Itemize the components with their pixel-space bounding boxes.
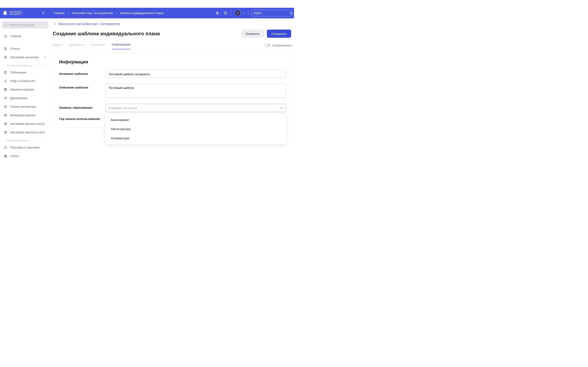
sidebar-item-dissertations[interactable]: Диссертации bbox=[2, 94, 49, 102]
gear-icon bbox=[4, 55, 7, 59]
back-link[interactable]: Вернуться в настройки науч. инструментов bbox=[53, 22, 120, 25]
template-name-input[interactable] bbox=[105, 70, 286, 78]
search-icon bbox=[290, 11, 293, 15]
tab-semesters: Семестры bbox=[91, 42, 105, 49]
sidebar-item-label: Публикации bbox=[10, 71, 26, 74]
breadcrumb: Главная Настройки науч. инструментов Шаб… bbox=[54, 11, 215, 15]
book-icon bbox=[4, 47, 7, 50]
sidebar-item-publications[interactable]: Публикации bbox=[2, 68, 49, 77]
svg-point-2 bbox=[218, 14, 218, 14]
label-start-year: Год начала использования bbox=[59, 115, 105, 120]
svg-rect-12 bbox=[4, 89, 5, 91]
save-button[interactable]: Сохранить bbox=[267, 30, 291, 38]
sidebar-item-sci-instruments[interactable]: Настройки научных инстр. bbox=[2, 119, 49, 128]
svg-point-4 bbox=[225, 14, 225, 14]
list-icon bbox=[4, 105, 7, 108]
publish-toggle[interactable] bbox=[264, 43, 270, 47]
help-icon[interactable] bbox=[223, 11, 228, 16]
sidebar-search-input[interactable] bbox=[9, 23, 46, 26]
sidebar-item-references[interactable]: Списки литературы bbox=[2, 102, 49, 111]
label-template-desc: Описание шаблона bbox=[59, 83, 105, 89]
sidebar-item-label: Списки литературы bbox=[10, 105, 36, 108]
sidebar-item-label: Настройки аналитики bbox=[10, 56, 39, 59]
dropdown-option-master[interactable]: Магистратура bbox=[105, 124, 286, 133]
publish-label: Опубликовать bbox=[272, 44, 292, 47]
gear-icon bbox=[4, 131, 7, 134]
home-icon bbox=[4, 34, 7, 38]
chevron-right-icon bbox=[67, 12, 69, 14]
sidebar-item-analytics-settings[interactable]: Настройки аналитики bbox=[2, 53, 49, 62]
main-content: Вернуться в настройки науч. инструментов… bbox=[50, 18, 294, 184]
tab-documents: Документы bbox=[69, 42, 85, 49]
tab-information[interactable]: Информация bbox=[112, 42, 130, 49]
graduation-icon bbox=[4, 96, 7, 100]
svg-point-11 bbox=[5, 80, 6, 81]
breadcrumb-item-1[interactable]: Настройки науч. инструментов bbox=[72, 11, 113, 15]
breadcrumb-item-0[interactable]: Главная bbox=[54, 11, 65, 15]
divider bbox=[231, 10, 231, 16]
svg-point-17 bbox=[5, 123, 6, 124]
sidebar-item-home[interactable]: Главная bbox=[2, 32, 49, 40]
svg-point-5 bbox=[237, 13, 238, 14]
svg-point-9 bbox=[5, 24, 7, 26]
gear-icon bbox=[4, 122, 7, 125]
sidebar-item-validation[interactable]: Валидация данных bbox=[2, 111, 49, 119]
sidebar-item-label: РИД и объекты ИС bbox=[10, 79, 35, 83]
breadcrumb-item-2: Шаблон индивидуального плана bbox=[120, 11, 163, 15]
sidebar-item-partners[interactable]: Партнеры и заказчики bbox=[2, 143, 49, 152]
sidebar-item-label: Настройки научного учёта bbox=[10, 131, 45, 134]
sidebar-item-label: Сметы bbox=[10, 154, 19, 158]
sidebar-search[interactable] bbox=[2, 21, 49, 29]
back-link-label: Вернуться в настройки науч. инструментов bbox=[58, 22, 120, 25]
svg-point-6 bbox=[237, 12, 239, 14]
book-icon bbox=[4, 71, 7, 74]
bank-icon bbox=[4, 154, 7, 158]
sidebar: Главная Отчеты Настройки аналитики НАУКА… bbox=[0, 18, 50, 184]
info-card: Информация Название шаблона Описание шаб… bbox=[53, 53, 292, 128]
gear-icon bbox=[4, 113, 7, 117]
topbar: SECHENOV UNIVERSITY Главная Настройки на… bbox=[0, 8, 294, 18]
education-level-select[interactable]: Выберите из списка bbox=[105, 104, 286, 112]
svg-point-8 bbox=[290, 12, 292, 14]
dropdown-option-bachelor[interactable]: Бакалавриат bbox=[105, 115, 286, 124]
tab-tasks: Задачи bbox=[53, 42, 63, 49]
sidebar-item-label: Партнеры и заказчики bbox=[10, 146, 40, 149]
sidebar-item-label: Главная bbox=[10, 34, 21, 38]
award-icon bbox=[4, 79, 7, 83]
sidebar-item-estimates[interactable]: Сметы bbox=[2, 152, 49, 160]
chevron-up-icon bbox=[280, 106, 283, 110]
global-search[interactable] bbox=[251, 10, 292, 16]
svg-point-10 bbox=[5, 57, 6, 58]
sidebar-item-rid[interactable]: РИД и объекты ИС bbox=[2, 77, 49, 85]
svg-point-16 bbox=[5, 115, 6, 116]
template-desc-input[interactable] bbox=[105, 83, 286, 98]
sidebar-item-journals[interactable]: Научные издания bbox=[2, 85, 49, 94]
pin-icon[interactable] bbox=[40, 11, 46, 15]
tabs: Задачи Документы Семестры Информация Опу… bbox=[53, 42, 292, 49]
global-search-input[interactable] bbox=[254, 11, 290, 15]
sidebar-item-reports[interactable]: Отчеты bbox=[2, 44, 49, 53]
chevron-down-icon bbox=[242, 12, 245, 15]
brand-logo-icon bbox=[2, 10, 8, 16]
chevron-down-icon bbox=[44, 56, 47, 59]
svg-rect-19 bbox=[4, 147, 7, 149]
sidebar-item-label: Отчеты bbox=[10, 47, 20, 50]
svg-point-18 bbox=[5, 132, 6, 133]
brand-line2: UNIVERSITY bbox=[9, 13, 23, 15]
page-title: Создание шаблона индивидуального плана bbox=[53, 31, 160, 36]
sidebar-item-sci-accounting[interactable]: Настройки научного учёта bbox=[2, 128, 49, 137]
education-level-dropdown: Бакалавриат Магистратура Аспирантура bbox=[105, 114, 286, 144]
sidebar-item-label: Диссертации bbox=[10, 96, 27, 100]
divider bbox=[248, 10, 248, 16]
settings-sliders-icon[interactable] bbox=[215, 11, 220, 16]
briefcase-icon bbox=[4, 146, 7, 149]
svg-rect-14 bbox=[6, 89, 7, 91]
svg-rect-13 bbox=[5, 89, 6, 91]
cancel-button[interactable]: Отменить bbox=[241, 30, 264, 38]
avatar bbox=[234, 10, 241, 16]
label-education-level: Уровень образования bbox=[59, 104, 105, 109]
dropdown-option-postgrad[interactable]: Аспирантура bbox=[105, 133, 286, 143]
brand[interactable]: SECHENOV UNIVERSITY bbox=[2, 10, 40, 16]
user-menu[interactable] bbox=[234, 10, 245, 16]
chevron-left-icon bbox=[53, 22, 56, 25]
